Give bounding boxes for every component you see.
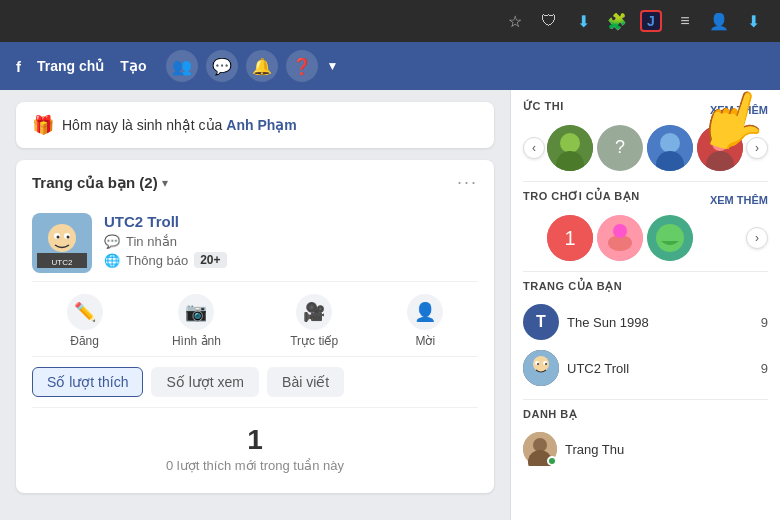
friends-icon[interactable]: 👥 [166, 50, 198, 82]
games-header: TRO CHƠI CỦA BẠN XEM THÊM [523, 190, 768, 209]
notif-badge: 20+ [194, 252, 226, 268]
contact-avatar-1 [523, 432, 557, 466]
notifications-icon[interactable]: 🔔 [246, 50, 278, 82]
fb-logo: f [16, 58, 21, 75]
nav-home[interactable]: Trang chủ [37, 58, 104, 74]
page-more-options[interactable]: ··· [457, 172, 478, 193]
contest-avatar-3[interactable] [647, 125, 693, 171]
tab-buttons: Số lượt thích Số lượt xem Bài viết [32, 357, 478, 408]
contest-avatar-4[interactable] [697, 125, 743, 171]
divider-1 [523, 181, 768, 182]
page-name[interactable]: UTC2 Troll [104, 213, 478, 230]
right-page-count-1: 9 [761, 315, 768, 330]
page-avatar-image: UTC2 [37, 218, 87, 268]
right-panel: ỨC THI XEM THÊM ‹ ? › [510, 90, 780, 520]
message-icon: 💬 [104, 234, 120, 249]
divider-3 [523, 399, 768, 400]
action-invite-label: Mời [416, 334, 436, 348]
message-label: Tin nhắn [126, 234, 177, 249]
messenger-icon[interactable]: 💬 [206, 50, 238, 82]
menu-icon[interactable]: ≡ [674, 10, 696, 32]
action-live[interactable]: 🎥 Trực tiếp [290, 294, 338, 348]
games-avatars-row: 1 › [523, 215, 768, 261]
extension-icon[interactable]: 🧩 [606, 10, 628, 32]
tab-likes[interactable]: Số lượt thích [32, 367, 143, 397]
birthday-notice: 🎁 Hôm nay là sinh nhật của Anh Phạm [16, 102, 494, 148]
contest-avatars: ? [545, 125, 746, 171]
download-icon[interactable]: ⬇ [572, 10, 594, 32]
download2-icon[interactable]: ⬇ [742, 10, 764, 32]
action-post-label: Đăng [70, 334, 99, 348]
action-photo[interactable]: 📷 Hình ảnh [172, 294, 221, 348]
divider-2 [523, 271, 768, 272]
tab-posts[interactable]: Bài viết [267, 367, 344, 397]
right-page-avatar-1: T [523, 304, 559, 340]
svg-point-4 [57, 236, 60, 239]
nav-dropdown[interactable]: ▼ [326, 59, 338, 73]
page-notif-row: 🌐 Thông báo 20+ [104, 252, 478, 268]
globe-icon: 🌐 [104, 253, 120, 268]
page-section-title: Trang của bạn (2) [32, 174, 158, 192]
games-xem-them[interactable]: XEM THÊM [710, 194, 768, 206]
star-icon[interactable]: ☆ [504, 10, 526, 32]
birthday-icon: 🎁 [32, 114, 54, 136]
action-live-label: Trực tiếp [290, 334, 338, 348]
invite-icon: 👤 [407, 294, 443, 330]
page-avatar: UTC2 [32, 213, 92, 273]
page-section: Trang của bạn (2) ▾ ··· [16, 160, 494, 493]
contest-avatar-2[interactable]: ? [597, 125, 643, 171]
game-avatar-3[interactable] [647, 215, 693, 261]
svg-text:?: ? [615, 137, 625, 157]
right-page-item-1[interactable]: T The Sun 1998 9 [523, 299, 768, 345]
game-avatar-2[interactable] [597, 215, 643, 261]
account-icon[interactable]: 👤 [708, 10, 730, 32]
nav-icons: 👥 💬 🔔 ❓ ▼ [166, 50, 338, 82]
contest-title: ỨC THI [523, 100, 564, 113]
page-title-row: Trang của bạn (2) ▾ [32, 174, 168, 192]
j-icon[interactable]: J [640, 10, 662, 32]
stats-number: 1 [32, 424, 478, 456]
right-page-avatar-2 [523, 350, 559, 386]
contest-avatar-1[interactable] [547, 125, 593, 171]
birthday-text: Hôm nay là sinh nhật của Anh Phạm [62, 117, 297, 133]
contact-name-1: Trang Thu [565, 442, 624, 457]
right-page-left-2: UTC2 Troll [523, 350, 629, 386]
right-page-name-1: The Sun 1998 [567, 315, 649, 330]
svg-point-31 [545, 363, 547, 365]
contest-avatars-row: ‹ ? › [523, 125, 768, 171]
contacts-title: DANH BẠ [523, 408, 768, 421]
photo-icon: 📷 [178, 294, 214, 330]
facebook-navbar: f Trang chủ Tạo 👥 💬 🔔 ❓ ▼ [0, 42, 780, 90]
page-title-dropdown[interactable]: ▾ [162, 176, 168, 190]
browser-bar: ☆ 🛡 ⬇ 🧩 J ≡ 👤 ⬇ [0, 0, 780, 42]
page-info: UTC2 Troll 💬 Tin nhắn 🌐 Thông báo 20+ [104, 213, 478, 271]
right-pages-title: TRANG CỦA BẠN [523, 280, 768, 293]
contact-item-1[interactable]: Trang Thu [523, 427, 768, 471]
scroll-right-btn[interactable]: › [746, 137, 768, 159]
action-invite[interactable]: 👤 Mời [407, 294, 443, 348]
birthday-name[interactable]: Anh Phạm [226, 117, 296, 133]
page-item: UTC2 UTC2 Troll 💬 Tin nhắn 🌐 Thông báo 2… [32, 205, 478, 282]
shield-icon[interactable]: 🛡 [538, 10, 560, 32]
scroll-left-btn[interactable]: ‹ [523, 137, 545, 159]
stats-section: 1 0 lượt thích mới trong tuần này [32, 408, 478, 481]
contest-header: ỨC THI XEM THÊM [523, 100, 768, 119]
svg-point-17 [712, 135, 728, 151]
svg-text:UTC2: UTC2 [52, 258, 73, 267]
notif-label: Thông báo [126, 253, 188, 268]
svg-point-23 [613, 224, 627, 238]
game-avatars: 1 [523, 215, 742, 261]
page-header: Trang của bạn (2) ▾ ··· [32, 172, 478, 193]
nav-create[interactable]: Tạo [120, 58, 146, 74]
right-page-item-2[interactable]: UTC2 Troll 9 [523, 345, 768, 391]
action-post[interactable]: ✏️ Đăng [67, 294, 103, 348]
right-page-name-2: UTC2 Troll [567, 361, 629, 376]
contest-xem-them[interactable]: XEM THÊM [710, 104, 768, 116]
svg-point-9 [560, 133, 580, 153]
page-message-row: 💬 Tin nhắn [104, 234, 478, 249]
tab-views[interactable]: Số lượt xem [151, 367, 259, 397]
action-photo-label: Hình ảnh [172, 334, 221, 348]
help-icon[interactable]: ❓ [286, 50, 318, 82]
game-avatar-1[interactable]: 1 [547, 215, 593, 261]
games-scroll-right[interactable]: › [746, 227, 768, 249]
